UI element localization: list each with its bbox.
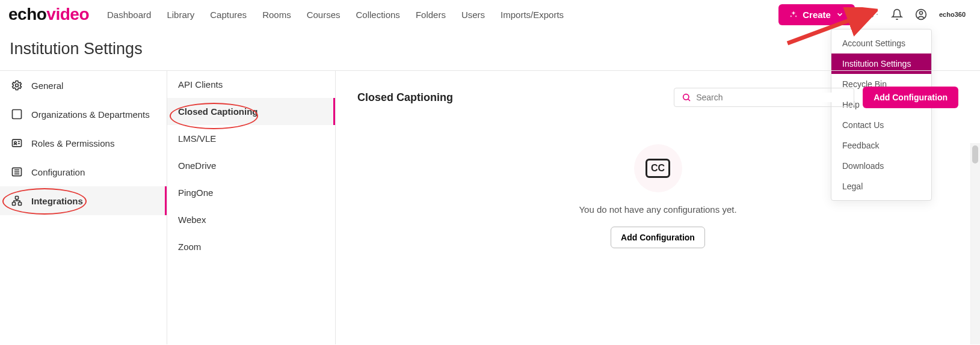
brand-part2: video xyxy=(46,5,89,23)
subnav-zoom[interactable]: Zoom xyxy=(167,233,335,260)
nav-users[interactable]: Users xyxy=(461,10,485,20)
add-configuration-button-top[interactable]: Add Configuration xyxy=(863,87,958,108)
nav-captures[interactable]: Captures xyxy=(210,10,247,20)
content-header: Closed Captioning Add Configuration xyxy=(357,87,958,108)
nav-folders[interactable]: Folders xyxy=(416,10,446,20)
scrollbar[interactable] xyxy=(970,143,980,344)
svg-point-4 xyxy=(16,84,19,87)
topbar-right: echo360 Account Settings Institution Set… xyxy=(867,8,966,20)
cc-badge: CC xyxy=(634,144,682,192)
svg-rect-25 xyxy=(19,203,22,206)
subnav-api-clients[interactable]: API Clients xyxy=(167,71,335,98)
svg-line-27 xyxy=(688,99,690,101)
sidebar-item-general[interactable]: General xyxy=(0,71,167,100)
content-header-right: Add Configuration xyxy=(674,87,958,108)
id-card-icon xyxy=(11,137,23,149)
brand-part1: echo xyxy=(8,5,46,23)
notifications-button[interactable] xyxy=(891,8,903,20)
svg-rect-5 xyxy=(13,110,22,119)
svg-rect-15 xyxy=(13,139,22,147)
subnav-closed-captioning[interactable]: Closed Captioning xyxy=(167,98,335,125)
settings-sidebar: General Organizations & Departments Role… xyxy=(0,71,167,344)
integrations-icon xyxy=(11,195,23,207)
search-input[interactable] xyxy=(696,93,846,102)
sidebar-item-label: Integrations xyxy=(31,196,83,206)
search-icon xyxy=(682,93,691,102)
sidebar-item-label: General xyxy=(31,81,63,91)
svg-point-2 xyxy=(919,11,922,14)
add-configuration-button[interactable]: Add Configuration xyxy=(611,227,705,248)
sidebar-item-organizations[interactable]: Organizations & Departments xyxy=(0,100,167,129)
content-title: Closed Captioning xyxy=(357,91,453,104)
nav-links: Dashboard Library Captures Rooms Courses… xyxy=(107,10,778,20)
account-button[interactable] xyxy=(915,8,927,20)
content-area: Closed Captioning Add Configuration CC Y… xyxy=(336,71,980,344)
search-box[interactable] xyxy=(674,88,854,107)
sidebar-item-label: Configuration xyxy=(31,167,85,177)
closed-caption-icon: CC xyxy=(646,159,670,178)
svg-line-3 xyxy=(787,12,872,43)
annotation-arrow xyxy=(781,7,878,49)
bell-icon xyxy=(891,8,903,20)
nav-collections[interactable]: Collections xyxy=(356,10,400,20)
sliders-icon xyxy=(11,166,23,178)
nav-imports-exports[interactable]: Imports/Exports xyxy=(501,10,564,20)
gear-icon xyxy=(11,79,23,91)
user-circle-icon xyxy=(915,8,927,20)
empty-text: You do not have any configurations yet. xyxy=(579,203,736,217)
brand-logo[interactable]: echovideo xyxy=(8,5,89,24)
sidebar-item-roles[interactable]: Roles & Permissions xyxy=(0,129,167,157)
svg-point-16 xyxy=(14,142,16,144)
main-area: General Organizations & Departments Role… xyxy=(0,70,980,344)
nav-rooms[interactable]: Rooms xyxy=(262,10,291,20)
nav-courses[interactable]: Courses xyxy=(307,10,341,20)
sidebar-item-label: Organizations & Departments xyxy=(31,109,150,120)
sidebar-item-configuration[interactable]: Configuration xyxy=(0,157,167,186)
subnav-pingone[interactable]: PingOne xyxy=(167,179,335,206)
sidebar-item-integrations[interactable]: Integrations xyxy=(0,186,167,215)
svg-point-26 xyxy=(683,94,689,100)
sidebar-item-label: Roles & Permissions xyxy=(31,138,114,148)
integrations-sidebar: API Clients Closed Captioning LMS/VLE On… xyxy=(167,71,336,344)
svg-rect-23 xyxy=(16,197,19,200)
org-tag: echo360 xyxy=(939,11,966,18)
nav-library[interactable]: Library xyxy=(167,10,194,20)
svg-rect-24 xyxy=(13,203,16,206)
scrollbar-thumb[interactable] xyxy=(972,145,978,163)
empty-state: CC You do not have any configurations ye… xyxy=(357,144,958,248)
nav-dashboard[interactable]: Dashboard xyxy=(107,10,151,20)
subnav-webex[interactable]: Webex xyxy=(167,206,335,233)
subnav-lms-vle[interactable]: LMS/VLE xyxy=(167,125,335,152)
subnav-onedrive[interactable]: OneDrive xyxy=(167,152,335,179)
building-icon xyxy=(11,108,23,120)
